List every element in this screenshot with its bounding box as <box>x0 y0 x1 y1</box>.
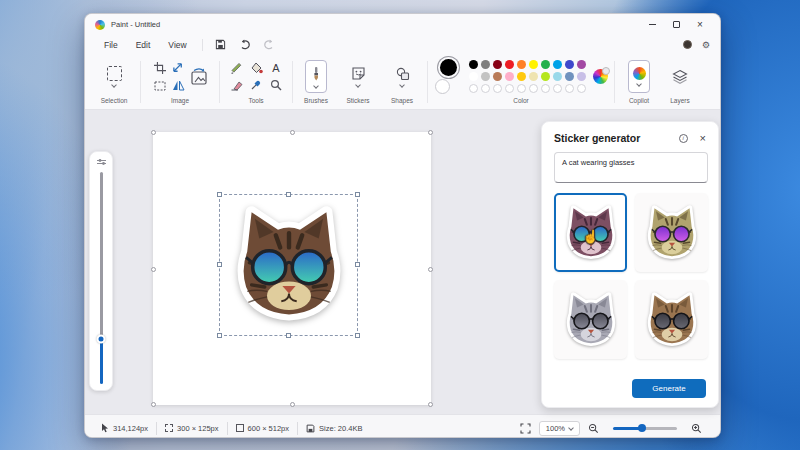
zoom-in-button[interactable] <box>683 423 710 434</box>
size-slider-thumb[interactable] <box>97 335 106 344</box>
fill-bucket-icon[interactable] <box>250 62 263 74</box>
magnifier-icon[interactable] <box>270 79 282 91</box>
palette-color-dot[interactable] <box>517 60 526 69</box>
menu-view[interactable]: View <box>159 38 195 52</box>
palette-empty-slot[interactable] <box>469 84 478 93</box>
palette-empty-slot[interactable] <box>505 84 514 93</box>
menu-edit[interactable]: Edit <box>127 38 160 52</box>
canvas-handle[interactable] <box>151 267 156 272</box>
palette-color-dot[interactable] <box>505 72 514 81</box>
shapes-button[interactable] <box>395 67 410 87</box>
palette-color-dot[interactable] <box>493 72 502 81</box>
palette-color-dot[interactable] <box>577 60 586 69</box>
canvas-handle[interactable] <box>428 130 433 135</box>
selection-handle[interactable] <box>355 333 360 338</box>
zoom-slider[interactable] <box>613 427 677 430</box>
flip-icon[interactable] <box>172 80 185 91</box>
eyedropper-icon[interactable] <box>250 79 262 91</box>
palette-color-dot[interactable] <box>565 72 574 81</box>
zoom-out-button[interactable] <box>580 423 607 434</box>
background-color-swatch[interactable] <box>435 79 450 94</box>
canvas-handle[interactable] <box>428 267 433 272</box>
copilot-button[interactable] <box>628 60 650 93</box>
palette-color-dot[interactable] <box>505 60 514 69</box>
selection-handle[interactable] <box>286 333 291 338</box>
size-slider[interactable] <box>100 172 103 384</box>
palette-color-dot[interactable] <box>469 60 478 69</box>
minimize-button[interactable] <box>640 17 664 33</box>
text-tool[interactable]: A <box>272 62 279 74</box>
canvas-handle[interactable] <box>290 402 295 407</box>
canvas-handle[interactable] <box>290 130 295 135</box>
palette-empty-slot[interactable] <box>541 84 550 93</box>
selection-handle[interactable] <box>355 192 360 197</box>
palette-empty-slot[interactable] <box>517 84 526 93</box>
palette-empty-slot[interactable] <box>577 84 586 93</box>
selection-handle[interactable] <box>217 333 222 338</box>
edit-colors-button[interactable] <box>593 69 608 84</box>
selection-handle[interactable] <box>217 262 222 267</box>
palette-empty-slot[interactable] <box>565 84 574 93</box>
sticker-thumbnail-1[interactable]: ☝ <box>554 193 627 272</box>
selection-handle[interactable] <box>355 262 360 267</box>
palette-empty-slot[interactable] <box>481 84 490 93</box>
crop-icon[interactable] <box>154 62 166 74</box>
palette-empty-slot[interactable] <box>529 84 538 93</box>
palette-color-dot[interactable] <box>565 60 574 69</box>
menu-file[interactable]: File <box>95 38 127 52</box>
marquee-options-icon[interactable] <box>154 81 166 91</box>
redo-button[interactable] <box>259 37 279 52</box>
layers-button[interactable] <box>672 69 688 84</box>
copilot-group-label: Copilot <box>629 97 649 107</box>
panel-close-icon[interactable]: × <box>700 133 706 144</box>
palette-color-dot[interactable] <box>481 72 490 81</box>
palette-color-dot[interactable] <box>493 60 502 69</box>
selection-tool-button[interactable] <box>107 66 122 87</box>
prompt-input[interactable]: A cat wearing glasses <box>554 152 708 183</box>
sticker-selection[interactable] <box>219 194 358 336</box>
sticker-icon <box>351 66 366 81</box>
close-button[interactable]: × <box>688 17 712 33</box>
fit-to-window-button[interactable] <box>512 423 539 434</box>
palette-color-dot[interactable] <box>529 72 538 81</box>
canvas-handle[interactable] <box>151 402 156 407</box>
brushes-button[interactable] <box>305 60 327 93</box>
palette-color-dot[interactable] <box>553 72 562 81</box>
save-button[interactable] <box>211 37 231 52</box>
selection-handle[interactable] <box>286 192 291 197</box>
stickers-button[interactable] <box>351 66 366 87</box>
palette-color-dot[interactable] <box>517 72 526 81</box>
eraser-icon[interactable] <box>230 80 243 91</box>
maximize-icon <box>673 21 680 28</box>
palette-empty-slot[interactable] <box>493 84 502 93</box>
generate-button[interactable]: Generate <box>632 379 706 398</box>
info-icon[interactable]: i <box>679 134 688 143</box>
cat-sticker-image[interactable] <box>223 199 355 331</box>
pencil-icon[interactable] <box>230 62 242 74</box>
canvas-handle[interactable] <box>428 402 433 407</box>
settings-gear-icon[interactable]: ⚙ <box>702 40 710 50</box>
palette-color-dot[interactable] <box>529 60 538 69</box>
palette-color-dot[interactable] <box>541 72 550 81</box>
sticker-thumbnail-4[interactable] <box>635 280 708 359</box>
cursor-position-status: 314,124px <box>93 423 156 433</box>
palette-color-dot[interactable] <box>469 72 478 81</box>
palette-color-dot[interactable] <box>577 72 586 81</box>
palette-color-dot[interactable] <box>481 60 490 69</box>
zoom-level-dropdown[interactable]: 100% <box>539 421 580 436</box>
palette-color-dot[interactable] <box>553 60 562 69</box>
maximize-button[interactable] <box>664 17 688 33</box>
palette-empty-slot[interactable] <box>553 84 562 93</box>
sticker-thumbnail-3[interactable] <box>554 280 627 359</box>
undo-button[interactable] <box>235 37 255 52</box>
sticker-thumbnail-2[interactable] <box>635 193 708 272</box>
account-avatar[interactable] <box>683 40 692 49</box>
palette-color-dot[interactable] <box>541 60 550 69</box>
zoom-slider-thumb[interactable] <box>638 424 646 432</box>
canvas-handle[interactable] <box>151 130 156 135</box>
rotate-image-icon[interactable] <box>190 68 208 86</box>
foreground-color-swatch[interactable] <box>440 59 457 76</box>
selection-handle[interactable] <box>217 192 222 197</box>
resize-icon[interactable] <box>172 62 185 74</box>
drawing-canvas[interactable] <box>153 132 431 405</box>
